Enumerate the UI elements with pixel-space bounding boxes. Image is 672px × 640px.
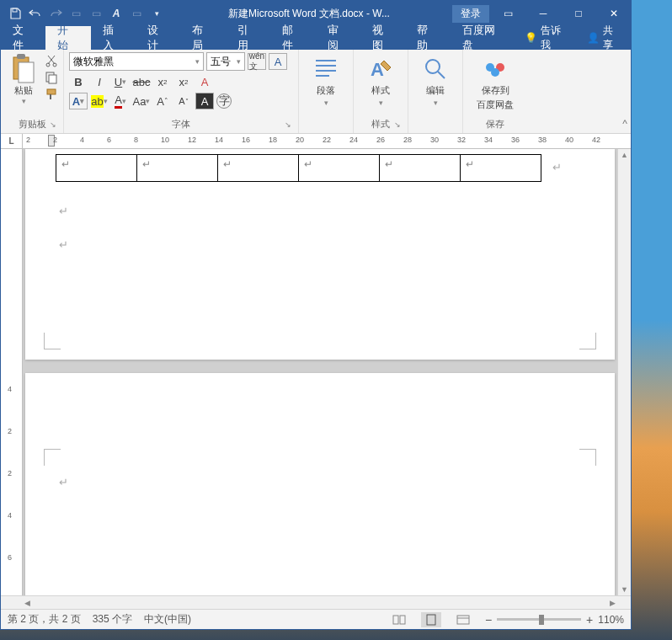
vertical-ruler[interactable]: 42246 (1, 149, 23, 595)
tab-references[interactable]: 引用 (226, 26, 270, 50)
font-size-combo[interactable]: 五号▾ (206, 52, 245, 71)
qat-icon-4[interactable]: ▭ (127, 4, 146, 23)
zoom-level[interactable]: 110% (598, 614, 624, 626)
bold-button[interactable]: B (69, 73, 88, 90)
qat-icon-1[interactable]: ▭ (67, 4, 85, 23)
scroll-down-icon[interactable]: ▼ (621, 585, 628, 594)
tab-home[interactable]: 开始 (45, 26, 90, 50)
page-1[interactable]: ↵ ↵ ↵ ↵ ↵ ↵ ↵ ↵ ↵ (25, 149, 615, 360)
table-cell[interactable]: ↵ (218, 155, 299, 182)
styles-button[interactable]: A 样式 ▾ (359, 52, 403, 107)
tab-selector[interactable]: L (1, 134, 23, 148)
strikethrough-button[interactable]: abc (132, 73, 151, 90)
dialog-launcher-icon[interactable]: ↘ (283, 120, 293, 131)
paragraph-mark: ↵ (59, 238, 68, 251)
tab-insert[interactable]: 插入 (91, 26, 136, 50)
character-border-icon[interactable]: A (269, 53, 287, 70)
tab-help[interactable]: 帮助 (405, 26, 450, 50)
status-page[interactable]: 第 2 页，共 2 页 (8, 612, 81, 627)
grow-font-icon[interactable]: A˄ (153, 93, 172, 109)
font-name-combo[interactable]: 微软雅黑▾ (69, 52, 204, 71)
status-language[interactable]: 中文(中国) (144, 612, 191, 627)
table-cell[interactable]: ↵ (461, 155, 541, 182)
print-layout-icon[interactable] (421, 612, 441, 627)
minimize-icon[interactable]: ─ (526, 2, 560, 25)
zoom-out-button[interactable]: − (485, 613, 492, 627)
dialog-launcher-icon[interactable]: ↘ (48, 120, 58, 131)
svg-rect-8 (47, 89, 56, 94)
scrollbar-vertical[interactable]: ▲ ▼ (617, 149, 631, 595)
tab-mailings[interactable]: 邮件 (270, 26, 315, 50)
table-cell[interactable]: ↵ (137, 155, 218, 182)
table-row[interactable]: ↵ ↵ ↵ ↵ ↵ ↵ (56, 155, 541, 182)
scrollbar-horizontal[interactable]: ◀ ▶ (1, 595, 631, 609)
char-shading-icon[interactable]: 字 (216, 93, 232, 109)
zoom-slider-thumb[interactable] (539, 615, 544, 625)
qat-icon-2[interactable]: ▭ (87, 4, 105, 23)
save-icon[interactable] (6, 4, 24, 23)
tab-layout[interactable]: 布局 (180, 26, 225, 50)
document-table[interactable]: ↵ ↵ ↵ ↵ ↵ ↵ (56, 154, 541, 182)
scroll-up-icon[interactable]: ▲ (621, 151, 628, 159)
qat-icon-3[interactable]: A (107, 4, 125, 23)
clear-format-icon[interactable]: A (195, 73, 214, 90)
maximize-icon[interactable]: □ (562, 2, 595, 25)
scroll-right-icon[interactable]: ▶ (610, 599, 616, 607)
group-clipboard: 粘贴 ▾ 剪贴板↘ (1, 50, 64, 133)
cut-icon[interactable] (45, 54, 58, 67)
phonetic-guide-icon[interactable]: wén文 (248, 53, 266, 70)
highlight-button[interactable]: ab▾ (90, 93, 109, 109)
tab-baidu[interactable]: 百度网盘 (451, 26, 517, 50)
table-cell[interactable]: ↵ (380, 155, 461, 182)
vruler-tick: 4 (8, 385, 12, 393)
italic-button[interactable]: I (90, 73, 109, 90)
shrink-font-icon[interactable]: A˅ (174, 93, 193, 109)
subscript-button[interactable]: x2 (153, 73, 172, 90)
tab-review[interactable]: 审阅 (316, 26, 360, 50)
ruler-ticks: 224681012141618202224262830323436384042 (23, 134, 631, 148)
tab-file[interactable]: 文件 (1, 26, 45, 50)
change-case-button[interactable]: Aa▾ (132, 93, 151, 109)
save-baidu-button[interactable]: 保存到 百度网盘 (468, 52, 522, 111)
font-color-button[interactable]: A▾ (111, 93, 130, 109)
ruler-tick: 30 (430, 136, 439, 144)
paragraph-button[interactable]: 段落 ▾ (304, 52, 348, 107)
enclose-char-icon[interactable]: A (195, 93, 214, 109)
ruler-tick: 28 (403, 136, 412, 144)
tab-design[interactable]: 设计 (136, 26, 180, 50)
svg-point-10 (426, 60, 440, 73)
ribbon-display-icon[interactable]: ▭ (491, 2, 525, 25)
page-2[interactable]: ↵ (25, 373, 615, 595)
text-effects-button[interactable]: A▾ (69, 93, 88, 109)
tab-view[interactable]: 视图 (360, 26, 405, 50)
copy-icon[interactable] (45, 71, 58, 84)
web-layout-icon[interactable] (453, 612, 473, 627)
zoom-slider[interactable] (497, 618, 581, 621)
table-cell[interactable]: ↵ (299, 155, 380, 182)
superscript-button[interactable]: x2 (174, 73, 193, 90)
tell-me[interactable]: 💡告诉我 (516, 26, 579, 50)
undo-icon[interactable] (26, 4, 45, 23)
ruler-tick: 2 (53, 136, 57, 144)
qat-more-icon[interactable]: ▾ (147, 4, 166, 23)
status-words[interactable]: 335 个字 (93, 612, 132, 627)
zoom-in-button[interactable]: + (586, 613, 593, 627)
page-container[interactable]: ↵ ↵ ↵ ↵ ↵ ↵ ↵ ↵ ↵ ↵ (23, 149, 617, 595)
collapse-ribbon-icon[interactable]: ^ (622, 118, 627, 130)
paste-button[interactable]: 粘贴 ▾ (6, 52, 41, 105)
read-mode-icon[interactable] (389, 612, 409, 627)
svg-rect-3 (17, 54, 25, 59)
dialog-launcher-icon[interactable]: ↘ (392, 120, 403, 131)
crop-mark (44, 333, 61, 349)
share-button[interactable]: 👤共享 (579, 26, 631, 50)
format-painter-icon[interactable] (45, 88, 58, 101)
close-icon[interactable]: ✕ (597, 2, 631, 25)
table-cell[interactable]: ↵ (56, 155, 137, 182)
editing-button[interactable]: 编辑 ▾ (413, 52, 457, 107)
login-button[interactable]: 登录 (452, 5, 489, 23)
underline-button[interactable]: U▾ (111, 73, 130, 90)
scroll-left-icon[interactable]: ◀ (24, 599, 30, 607)
horizontal-ruler[interactable]: L 22468101214161820222426283032343638404… (1, 134, 631, 149)
redo-icon[interactable] (46, 4, 65, 23)
ruler-tick: 6 (107, 136, 111, 144)
